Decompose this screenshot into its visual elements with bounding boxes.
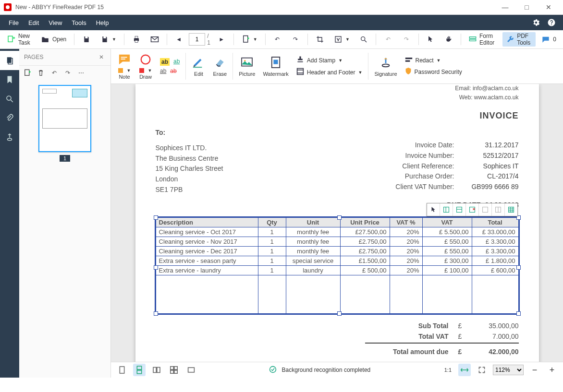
fit-width-icon[interactable] xyxy=(458,364,471,376)
rotate-left-button[interactable]: ↶ xyxy=(269,32,285,47)
form-icon xyxy=(469,35,477,44)
svg-rect-52 xyxy=(171,370,173,373)
tt-split-icon[interactable] xyxy=(492,203,505,216)
signatures-tab[interactable] xyxy=(0,128,19,147)
pdf-tools-button[interactable]: PDF Tools xyxy=(502,32,536,47)
svg-rect-40 xyxy=(508,207,514,212)
table-cell: £2.750,00 xyxy=(340,246,390,256)
form-editor-button[interactable]: Form Editor xyxy=(465,32,501,47)
tt-table-icon[interactable] xyxy=(505,203,517,216)
password-button[interactable]: Password Security xyxy=(405,67,462,76)
delete-page-icon[interactable] xyxy=(37,69,45,77)
chevron-right-icon: ► xyxy=(217,35,226,44)
search-tab[interactable] xyxy=(0,89,19,108)
minimize-button[interactable]: — xyxy=(494,0,516,14)
pages-tab[interactable] xyxy=(0,51,19,70)
add-page-icon[interactable] xyxy=(23,69,32,77)
save-as-icon xyxy=(100,35,109,44)
to-line: 15 King Charles Street xyxy=(156,164,223,174)
document-view[interactable]: Email: info@aclam.co.uk Web: www.aclam.c… xyxy=(111,84,563,362)
open-button[interactable]: Open xyxy=(37,32,70,47)
table-cell: £ 3.300,00 xyxy=(472,237,518,246)
strikethrough-tool[interactable]: ab xyxy=(170,68,176,74)
hand-tool[interactable] xyxy=(441,32,457,47)
edit-tool[interactable]: Edit xyxy=(188,49,209,83)
zoom-out-button[interactable]: − xyxy=(528,364,541,376)
rotate-right-button[interactable]: ↷ xyxy=(287,32,304,47)
menu-view[interactable]: View xyxy=(44,15,67,30)
comments-button[interactable]: 0 xyxy=(538,32,560,47)
header-footer-button[interactable]: Header and Footer▼ xyxy=(296,68,363,77)
highlight-tool[interactable]: ab xyxy=(160,58,170,66)
rotate-cw-icon[interactable]: ↷ xyxy=(63,69,72,77)
next-page-button[interactable]: ► xyxy=(213,32,230,47)
svg-rect-0 xyxy=(8,36,12,42)
close-panel-icon[interactable]: ✕ xyxy=(97,53,106,61)
new-task-button[interactable]: New Task xyxy=(3,32,35,47)
continuous-icon[interactable] xyxy=(133,364,146,376)
menu-help[interactable]: Help xyxy=(91,15,114,30)
fullscreen-icon[interactable] xyxy=(185,364,197,376)
table-cell: 20% xyxy=(390,246,422,256)
rotate-ccw-icon[interactable]: ↶ xyxy=(50,69,59,77)
signature-tool[interactable]: Signature xyxy=(370,49,401,83)
page-number-input[interactable] xyxy=(189,33,205,46)
tt-add-col-icon[interactable] xyxy=(440,203,453,216)
table-row: Cleaning service - Dec 20171monthly fee£… xyxy=(156,246,518,256)
note-tool[interactable]: ▼ Note xyxy=(114,49,135,83)
svg-point-29 xyxy=(382,64,390,67)
pointer-tool[interactable] xyxy=(422,32,439,47)
currency: £ xyxy=(458,321,466,331)
add-page-button[interactable]: ▼ xyxy=(238,32,261,47)
menu-tools[interactable]: Tools xyxy=(67,15,91,30)
redo-button[interactable]: ↷ xyxy=(398,32,415,47)
redact-button[interactable]: Redact▼ xyxy=(405,56,462,64)
tt-pointer-icon[interactable] xyxy=(427,203,440,216)
close-button[interactable]: ✕ xyxy=(538,0,559,14)
underline-tool-2[interactable]: ab xyxy=(160,68,166,74)
subtotal-label: Sub Total xyxy=(381,321,449,331)
picture-icon xyxy=(240,56,254,69)
print-button[interactable] xyxy=(128,32,145,47)
table-selection[interactable]: Description Qty Unit Unit Price VAT % VA… xyxy=(156,217,519,314)
menu-edit[interactable]: Edit xyxy=(24,15,44,30)
help-icon[interactable] xyxy=(544,15,559,30)
page-thumbnail[interactable] xyxy=(38,85,91,152)
add-stamp-button[interactable]: Add Stamp▼ xyxy=(296,56,363,65)
undo-button[interactable]: ↶ xyxy=(380,32,396,47)
crop-button[interactable] xyxy=(312,32,328,47)
fit-page-icon[interactable] xyxy=(476,364,488,376)
zoom-in-button[interactable]: + xyxy=(546,364,558,376)
table-cell: 1 xyxy=(258,246,286,256)
save-button[interactable] xyxy=(78,32,95,47)
draw-tool[interactable]: ▼ Draw xyxy=(135,49,156,83)
tt-del-icon[interactable] xyxy=(466,203,479,216)
email-button[interactable] xyxy=(147,32,163,47)
prev-page-button[interactable]: ◄ xyxy=(171,32,187,47)
more-icon[interactable]: ⋯ xyxy=(77,69,86,77)
folder-icon xyxy=(41,35,49,44)
attachments-tab[interactable] xyxy=(0,108,19,128)
settings-icon[interactable] xyxy=(528,15,544,30)
search-button[interactable] xyxy=(355,32,372,47)
single-page-icon[interactable] xyxy=(116,364,128,376)
table-cell: 20% xyxy=(390,227,422,237)
recognize-button[interactable]: ▼ xyxy=(330,32,354,47)
bookmarks-tab[interactable] xyxy=(0,70,19,89)
erase-tool[interactable]: Erase xyxy=(209,49,231,83)
table-row: Extra service - season party1special ser… xyxy=(156,256,518,265)
tt-add-row-icon[interactable] xyxy=(453,203,466,216)
zoom-select[interactable]: 112% xyxy=(493,365,524,375)
menu-file[interactable]: File xyxy=(4,15,24,30)
save-as-button[interactable]: ▼ xyxy=(97,32,120,47)
two-continuous-icon[interactable] xyxy=(168,364,180,376)
picture-tool[interactable]: Picture xyxy=(235,49,259,83)
watermark-tool[interactable]: Watermark xyxy=(259,49,292,83)
tt-merge-icon[interactable] xyxy=(479,203,492,216)
invoice-table[interactable]: Description Qty Unit Unit Price VAT % VA… xyxy=(156,217,519,314)
underline-tool[interactable]: ab xyxy=(173,58,180,66)
two-page-icon[interactable] xyxy=(150,364,163,376)
maximize-button[interactable]: □ xyxy=(516,0,538,14)
actual-size-button[interactable]: 1:1 xyxy=(442,364,453,376)
svg-rect-25 xyxy=(297,61,303,62)
